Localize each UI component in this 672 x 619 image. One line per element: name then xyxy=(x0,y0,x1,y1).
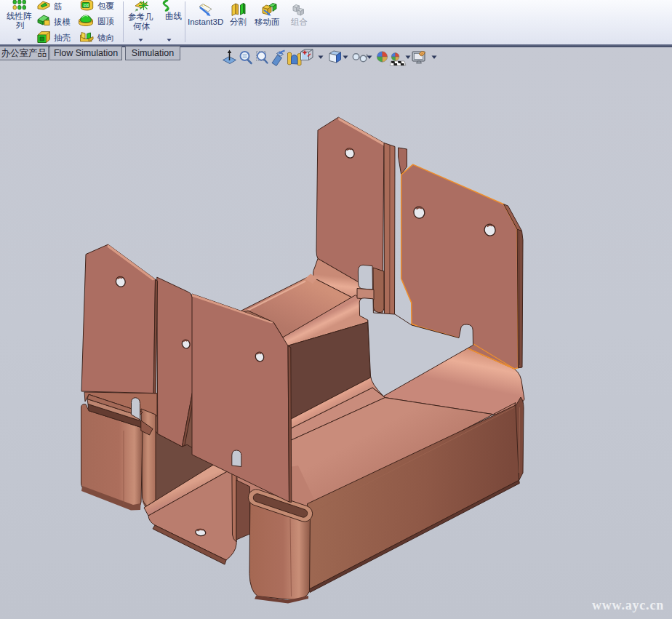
svg-text:cd: cd xyxy=(84,3,89,8)
